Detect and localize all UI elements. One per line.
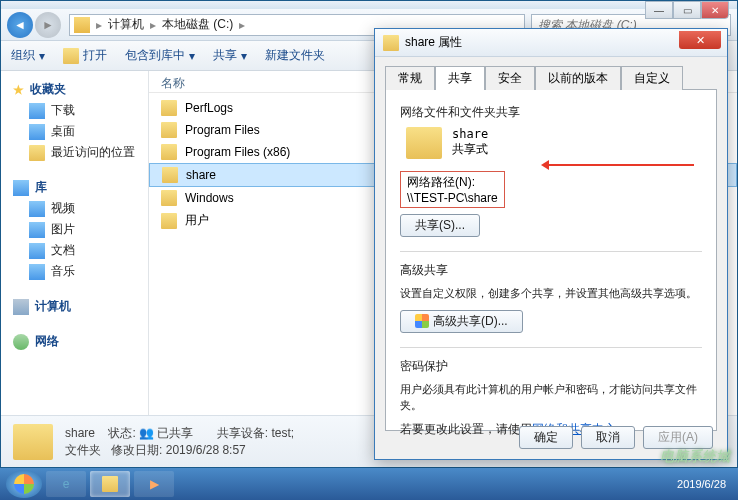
password-description: 用户必须具有此计算机的用户帐户和密码，才能访问共享文件夹。 (400, 381, 702, 414)
taskbar-explorer[interactable] (90, 471, 130, 497)
ok-button[interactable]: 确定 (519, 426, 573, 449)
detail-name: share (65, 426, 95, 440)
share-mode: 共享式 (452, 141, 488, 158)
star-icon: ★ (13, 83, 24, 97)
toolbar-share[interactable]: 共享 ▾ (213, 47, 247, 64)
sidebar-favorites[interactable]: ★收藏夹 (1, 79, 148, 100)
dialog-title: share 属性 (405, 34, 462, 51)
sidebar-item-documents[interactable]: 文档 (1, 240, 148, 261)
network-path-value: \\TEST-PC\share (407, 191, 498, 205)
folder-icon (161, 190, 177, 206)
taskbar: e ▶ 2019/6/28 (0, 468, 738, 500)
document-icon (29, 243, 45, 259)
tab-strip: 常规共享安全以前的版本自定义 (375, 57, 727, 89)
folder-large-icon (13, 424, 53, 460)
network-path-box: 网络路径(N): \\TEST-PC\share (400, 171, 505, 208)
download-icon (29, 103, 45, 119)
sidebar-item-music[interactable]: 音乐 (1, 261, 148, 282)
maximize-button[interactable]: ▭ (673, 1, 701, 19)
back-button[interactable]: ◄ (7, 12, 33, 38)
details-text: share 状态: 👥 已共享 共享设备: test; 文件夹 修改日期: 20… (65, 425, 294, 459)
titlebar (1, 1, 737, 9)
detail-state-label: 状态: (108, 426, 135, 440)
dialog-button-row: 确定 取消 应用(A) (519, 426, 713, 449)
toolbar-newfolder[interactable]: 新建文件夹 (265, 47, 325, 64)
sidebar-network[interactable]: 网络 (1, 331, 148, 352)
close-button[interactable]: ✕ (701, 1, 729, 19)
sidebar-item-recent[interactable]: 最近访问的位置 (1, 142, 148, 163)
chevron-right-icon: ▸ (148, 18, 158, 32)
folder-icon (162, 167, 178, 183)
system-tray[interactable]: 2019/6/28 (677, 478, 732, 490)
share-folder-icon (406, 127, 442, 159)
forward-button[interactable]: ► (35, 12, 61, 38)
folder-icon (102, 476, 118, 492)
advanced-share-button[interactable]: 高级共享(D)... (400, 310, 523, 333)
folder-icon (161, 213, 177, 229)
file-name: Program Files (185, 123, 260, 137)
recent-icon (29, 145, 45, 161)
drive-icon (74, 17, 90, 33)
folder-icon (161, 144, 177, 160)
picture-icon (29, 222, 45, 238)
file-name: Windows (185, 191, 234, 205)
windows-logo-icon (14, 474, 34, 494)
share-button[interactable]: 共享(S)... (400, 214, 480, 237)
tab-4[interactable]: 自定义 (621, 66, 683, 90)
desktop-icon (29, 124, 45, 140)
network-path-label: 网络路径(N): (407, 174, 498, 191)
divider (400, 251, 702, 252)
tab-2[interactable]: 安全 (485, 66, 535, 90)
annotation-arrow (544, 164, 694, 166)
sidebar-item-desktop[interactable]: 桌面 (1, 121, 148, 142)
apply-button[interactable]: 应用(A) (643, 426, 713, 449)
file-name: Program Files (x86) (185, 145, 290, 159)
media-icon: ▶ (150, 477, 159, 491)
chevron-right-icon: ▸ (237, 18, 247, 32)
tab-0[interactable]: 常规 (385, 66, 435, 90)
dialog-close-button[interactable]: ✕ (679, 31, 721, 49)
taskbar-ie[interactable]: e (46, 471, 86, 497)
start-button[interactable] (6, 470, 42, 498)
network-icon (13, 334, 29, 350)
toolbar-organize[interactable]: 组织 ▾ (11, 47, 45, 64)
detail-type: 文件夹 (65, 443, 101, 457)
sidebar-item-pictures[interactable]: 图片 (1, 219, 148, 240)
sidebar-item-downloads[interactable]: 下载 (1, 100, 148, 121)
breadcrumb-computer[interactable]: 计算机 (104, 16, 148, 33)
detail-dev-value: test; (271, 426, 294, 440)
folder-icon (161, 122, 177, 138)
sidebar-computer[interactable]: 计算机 (1, 296, 148, 317)
share-name: share (452, 127, 488, 141)
taskbar-media[interactable]: ▶ (134, 471, 174, 497)
folder-icon (383, 35, 399, 51)
tab-1[interactable]: 共享 (435, 66, 485, 90)
folder-icon (161, 100, 177, 116)
advanced-description: 设置自定义权限，创建多个共享，并设置其他高级共享选项。 (400, 285, 702, 302)
breadcrumb-drive[interactable]: 本地磁盘 (C:) (158, 16, 237, 33)
sidebar-libraries[interactable]: 库 (1, 177, 148, 198)
computer-icon (13, 299, 29, 315)
ie-icon: e (63, 477, 70, 491)
minimize-button[interactable]: — (645, 1, 673, 19)
window-buttons: — ▭ ✕ (645, 1, 729, 19)
section-advanced-title: 高级共享 (400, 262, 702, 279)
detail-dev-label: 共享设备: (217, 426, 268, 440)
detail-mod-value: 2019/6/28 8:57 (166, 443, 246, 457)
chevron-right-icon: ▸ (94, 18, 104, 32)
sidebar-item-videos[interactable]: 视频 (1, 198, 148, 219)
toolbar-include[interactable]: 包含到库中 ▾ (125, 47, 195, 64)
tab-3[interactable]: 以前的版本 (535, 66, 621, 90)
toolbar-open[interactable]: 打开 (63, 47, 107, 64)
cancel-button[interactable]: 取消 (581, 426, 635, 449)
section-password-title: 密码保护 (400, 358, 702, 375)
file-name: PerfLogs (185, 101, 233, 115)
detail-state-value: 已共享 (157, 426, 193, 440)
sidebar: ★收藏夹 下载 桌面 最近访问的位置 库 视频 图片 文档 音乐 计算机 网络 (1, 71, 149, 429)
library-icon (13, 180, 29, 196)
shield-icon (415, 314, 429, 328)
tab-panel-sharing: 网络文件和文件夹共享 share 共享式 网络路径(N): \\TEST-PC\… (385, 89, 717, 431)
video-icon (29, 201, 45, 217)
file-name: share (186, 168, 216, 182)
properties-dialog: share 属性 ✕ 常规共享安全以前的版本自定义 网络文件和文件夹共享 sha… (374, 28, 728, 460)
